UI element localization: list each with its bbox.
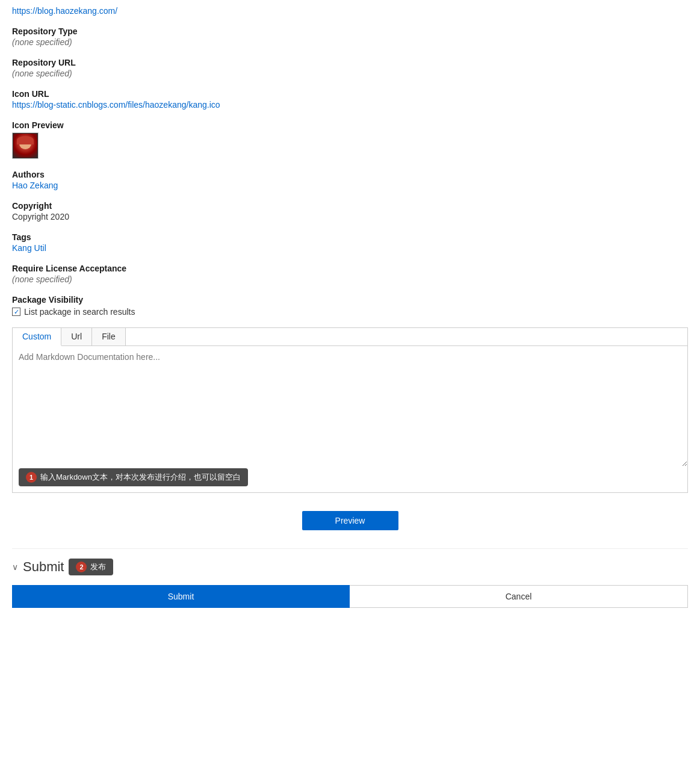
tooltip-number-2: 2 [76,562,87,572]
page-content: https://blog.haozekang.com/ Repository T… [0,0,700,620]
submit-button[interactable]: Submit [12,585,350,608]
authors-label: Authors [12,170,688,179]
icon-avatar-image [13,134,37,158]
repository-url-label: Repository URL [12,58,688,67]
require-license-section: Require License Acceptance (none specifi… [12,264,688,284]
submit-buttons-row: Submit Cancel [12,585,688,608]
tooltip-text: 输入Markdown文本，对本次发布进行介绍，也可以留空白 [40,472,241,483]
submit-section: ∨ Submit 2 发布 Submit Cancel [12,548,688,608]
tab-custom[interactable]: Custom [13,328,61,346]
preview-button[interactable]: Preview [302,511,398,530]
markdown-textarea[interactable] [13,346,687,466]
icon-preview-box [12,132,39,159]
list-package-label: List package in search results [24,307,135,317]
icon-url-section: Icon URL https://blog-static.cnblogs.com… [12,89,688,110]
tags-value[interactable]: Kang Util [12,243,688,253]
copyright-value: Copyright 2020 [12,212,688,221]
authors-section: Authors Hao Zekang [12,170,688,190]
chevron-down-icon: ∨ [12,562,18,572]
blog-url-section: https://blog.haozekang.com/ [12,6,688,16]
cancel-button[interactable]: Cancel [350,585,688,608]
tags-label: Tags [12,232,688,242]
repository-url-section: Repository URL (none specified) [12,58,688,78]
publish-tooltip: 2 发布 [69,559,113,575]
list-package-checkbox[interactable] [12,308,20,316]
require-license-value: (none specified) [12,274,688,284]
package-visibility-label: Package Visibility [12,295,688,305]
authors-value[interactable]: Hao Zekang [12,181,688,190]
icon-preview-label: Icon Preview [12,120,688,130]
submit-header: ∨ Submit 2 发布 [12,559,688,575]
submit-title: Submit [23,559,64,575]
package-visibility-section: Package Visibility List package in searc… [12,295,688,317]
icon-preview-section: Icon Preview [12,120,688,159]
publish-button-label: 发布 [90,562,106,572]
tab-file[interactable]: File [92,328,126,345]
tooltip-number-1: 1 [26,472,37,483]
list-package-row: List package in search results [12,307,688,317]
require-license-label: Require License Acceptance [12,264,688,273]
copyright-label: Copyright [12,201,688,211]
repository-url-value: (none specified) [12,69,688,78]
tags-section: Tags Kang Util [12,232,688,253]
repository-type-section: Repository Type (none specified) [12,26,688,47]
tab-url[interactable]: Url [61,328,92,345]
repository-type-value: (none specified) [12,37,688,47]
icon-url-value[interactable]: https://blog-static.cnblogs.com/files/ha… [12,100,688,110]
documentation-tabs-container: Custom Url File 1 输入Markdown文本，对本次发布进行介绍… [12,327,688,493]
repository-type-label: Repository Type [12,26,688,36]
blog-url[interactable]: https://blog.haozekang.com/ [12,6,688,16]
tooltip-badge: 1 输入Markdown文本，对本次发布进行介绍，也可以留空白 [19,468,248,486]
copyright-section: Copyright Copyright 2020 [12,201,688,221]
preview-section: Preview [12,511,688,530]
tabs-header: Custom Url File [13,328,687,346]
icon-url-label: Icon URL [12,89,688,99]
tabs-body: 1 输入Markdown文本，对本次发布进行介绍，也可以留空白 [13,346,687,492]
